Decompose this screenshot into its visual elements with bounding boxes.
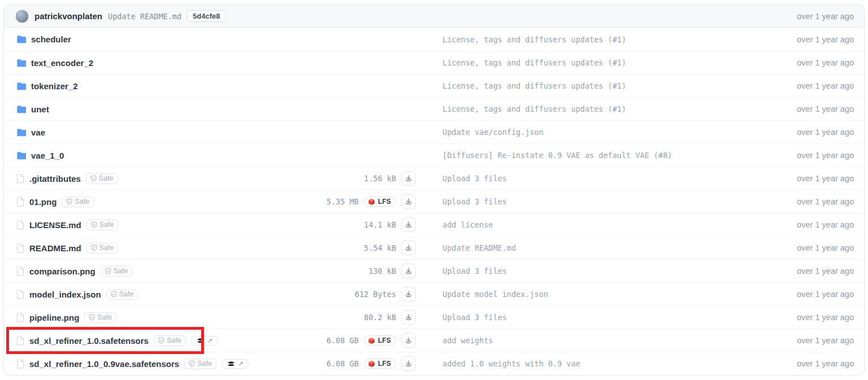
file-name[interactable]: unet <box>31 104 49 114</box>
file-name[interactable]: LICENSE.md <box>29 220 81 230</box>
file-name[interactable]: scheduler <box>31 34 71 44</box>
download-button[interactable] <box>401 171 416 186</box>
commit-message[interactable]: License, tags and diffusers updates (#1) <box>421 81 769 90</box>
commit-date: over 1 year ago <box>797 12 854 21</box>
commit-message[interactable]: Update README.md <box>108 12 181 21</box>
file-size: 612 Bytes <box>355 290 396 299</box>
file-name[interactable]: pipeline.png <box>29 313 79 322</box>
commit-author[interactable]: patrickvonplaten <box>34 11 102 21</box>
shield-check-icon <box>158 337 164 344</box>
safe-badge[interactable]: Safe <box>62 196 94 207</box>
safe-badge-label: Safe <box>119 290 134 298</box>
download-button[interactable] <box>401 310 416 325</box>
safe-badge[interactable]: Safe <box>154 335 186 346</box>
file-list: scheduler License, tags and diffusers up… <box>4 28 864 375</box>
external-link-icon: ↗ <box>207 338 212 344</box>
name-cell: comparison.png Safe <box>16 266 310 277</box>
file-row[interactable]: README.md Safe 5.54 kB Update README.md … <box>4 236 864 259</box>
shield-check-icon <box>89 314 95 321</box>
file-name[interactable]: vae_1_0 <box>31 151 64 160</box>
commit-message[interactable]: Update model_index.json <box>421 290 769 299</box>
commit-date: over 1 year ago <box>769 197 854 206</box>
file-name[interactable]: vae <box>31 128 45 137</box>
file-name[interactable]: sd_xl_refiner_1.0.safetensors <box>29 336 149 346</box>
name-cell: vae <box>16 128 310 137</box>
file-row[interactable]: vae Update vae/config.json over 1 year a… <box>4 120 864 143</box>
commit-message[interactable]: Upload 3 files <box>421 267 769 276</box>
file-icon <box>16 336 24 346</box>
name-cell: tokenizer_2 <box>16 81 310 91</box>
file-row[interactable]: model_index.json Safe 612 Bytes Update m… <box>4 282 864 305</box>
safetensors-badge[interactable]: ↗ <box>222 359 249 369</box>
download-icon <box>405 313 413 321</box>
commit-message[interactable]: add weights <box>421 336 769 345</box>
file-row[interactable]: sd_xl_refiner_1.0_0.9vae.safetensors Saf… <box>4 352 864 375</box>
file-row[interactable]: scheduler License, tags and diffusers up… <box>4 28 864 51</box>
commit-hash-badge[interactable]: 5d4cfe8 <box>187 10 225 22</box>
download-button[interactable] <box>401 194 416 209</box>
commit-message[interactable]: [Diffusers] Re-instate 0.9 VAE as defaul… <box>421 151 769 160</box>
size-cell: 130 kB <box>310 267 396 276</box>
file-name[interactable]: 01.png <box>29 197 57 207</box>
safe-badge[interactable]: Safe <box>86 243 119 254</box>
commit-message[interactable]: License, tags and diffusers updates (#1) <box>421 58 769 67</box>
file-row[interactable]: tokenizer_2 License, tags and diffusers … <box>4 74 864 97</box>
commit-message[interactable]: Upload 3 files <box>421 197 769 206</box>
file-icon <box>16 243 24 253</box>
download-button[interactable] <box>401 241 416 255</box>
file-name[interactable]: sd_xl_refiner_1.0_0.9vae.safetensors <box>29 359 179 369</box>
file-row[interactable]: sd_xl_refiner_1.0.safetensors Safe ↗ 6.0… <box>4 329 864 352</box>
safe-badge[interactable]: Safe <box>101 266 133 277</box>
commit-message[interactable]: License, tags and diffusers updates (#1) <box>421 104 769 113</box>
external-link-icon: ↗ <box>238 361 243 367</box>
download-button[interactable] <box>401 264 416 278</box>
file-name[interactable]: comparison.png <box>29 267 96 276</box>
file-row[interactable]: 01.png Safe 5.35 MB LFS Upload 3 files o… <box>4 190 864 213</box>
file-size: 1.56 kB <box>364 174 396 183</box>
file-row[interactable]: text_encoder_2 License, tags and diffuse… <box>4 51 864 74</box>
download-icon <box>405 337 413 344</box>
name-cell: sd_xl_refiner_1.0.safetensors Safe ↗ <box>16 335 310 346</box>
safe-badge[interactable]: Safe <box>106 289 138 300</box>
download-icon <box>405 360 413 368</box>
file-name[interactable]: README.md <box>29 243 81 253</box>
file-row[interactable]: comparison.png Safe 130 kB Upload 3 file… <box>4 259 864 282</box>
download-cell <box>396 194 421 209</box>
file-name[interactable]: model_index.json <box>29 290 101 299</box>
download-button[interactable] <box>401 287 416 302</box>
commit-message[interactable]: Upload 3 files <box>421 313 769 322</box>
safe-badge[interactable]: Safe <box>86 173 118 184</box>
file-row[interactable]: unet License, tags and diffusers updates… <box>4 97 864 120</box>
commit-message[interactable]: Update README.md <box>421 243 769 252</box>
file-row[interactable]: pipeline.png Safe 80.2 kB Upload 3 files… <box>4 305 864 329</box>
shield-check-icon <box>111 291 117 298</box>
commit-message[interactable]: Upload 3 files <box>421 174 769 183</box>
file-icon <box>16 267 24 276</box>
file-row[interactable]: LICENSE.md Safe 14.1 kB add license over… <box>4 213 864 236</box>
commit-date: over 1 year ago <box>769 58 854 67</box>
safe-badge[interactable]: Safe <box>86 220 119 230</box>
lfs-badge: LFS <box>364 196 396 207</box>
file-name[interactable]: tokenizer_2 <box>31 81 78 91</box>
commit-message[interactable]: add license <box>421 220 769 229</box>
safetensors-badge[interactable]: ↗ <box>191 336 218 346</box>
commit-message[interactable]: License, tags and diffusers updates (#1) <box>421 35 769 44</box>
file-row[interactable]: .gitattributes Safe 1.56 kB Upload 3 fil… <box>4 167 864 190</box>
size-cell: 14.1 kB <box>310 220 396 229</box>
download-button[interactable] <box>401 333 416 348</box>
safe-badge[interactable]: Safe <box>184 359 216 369</box>
safe-badge-label: Safe <box>99 221 114 229</box>
download-button[interactable] <box>401 356 416 371</box>
safe-badge[interactable]: Safe <box>84 312 116 323</box>
download-button[interactable] <box>401 217 416 232</box>
file-name[interactable]: text_encoder_2 <box>31 58 93 68</box>
commit-date: over 1 year ago <box>769 35 854 44</box>
folder-icon <box>16 82 26 90</box>
file-row[interactable]: vae_1_0 [Diffusers] Re-instate 0.9 VAE a… <box>4 143 864 167</box>
file-name[interactable]: .gitattributes <box>29 174 81 184</box>
commit-message[interactable]: added 1.0 weights with 0.9 vae <box>421 359 769 368</box>
shield-check-icon <box>66 198 72 205</box>
safe-badge-label: Safe <box>99 174 114 182</box>
avatar[interactable] <box>15 10 29 23</box>
commit-message[interactable]: Update vae/config.json <box>421 128 769 137</box>
